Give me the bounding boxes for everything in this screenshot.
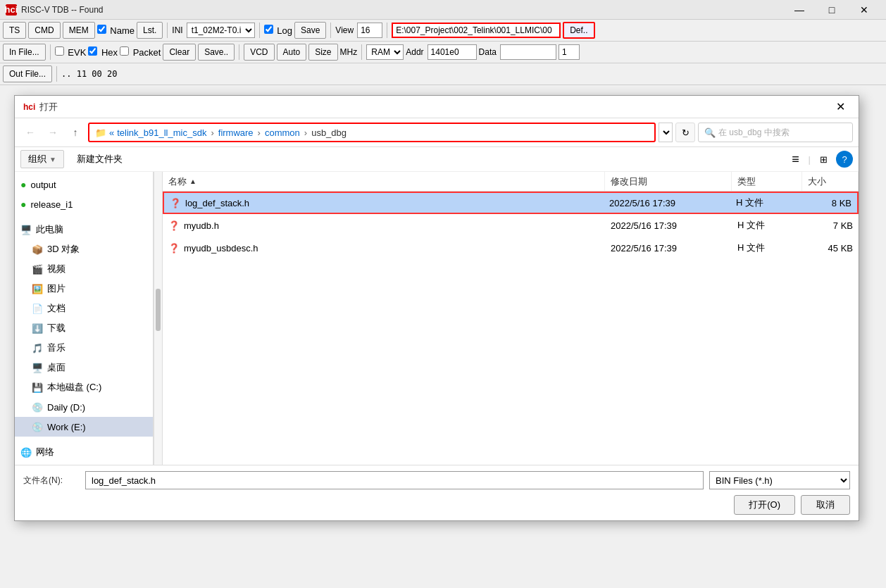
sidebar-item-network[interactable]: 🌐 网络 bbox=[15, 442, 153, 462]
col-size-header[interactable]: 大小 bbox=[802, 172, 859, 191]
dialog-overlay: hci 打开 ✕ ← → ↑ 📁 « telink_b91_ll_mic_sdk… bbox=[0, 39, 873, 584]
sidebar: ● output ● release_i1 🖥️ 此电脑 bbox=[15, 172, 154, 465]
name-checkbox-label: Name bbox=[97, 25, 135, 36]
dialog-content: ● output ● release_i1 🖥️ 此电脑 bbox=[15, 172, 859, 465]
path-input[interactable] bbox=[392, 23, 561, 38]
col-type-header[interactable]: 类型 bbox=[732, 172, 802, 191]
sidebar-item-downloads[interactable]: ⬇️ 下载 bbox=[15, 318, 153, 338]
sidebar-item-videos[interactable]: 🎬 视频 bbox=[15, 259, 153, 279]
file-type-2: H 文件 bbox=[732, 237, 802, 259]
disk-d-icon: 💿 bbox=[32, 402, 43, 413]
close-button[interactable]: ✕ bbox=[848, 0, 880, 20]
picture-icon: 🖼️ bbox=[32, 284, 43, 294]
file-modified-2: 2022/5/16 17:39 bbox=[605, 237, 732, 259]
mem-button[interactable]: MEM bbox=[63, 22, 95, 39]
download-icon: ⬇️ bbox=[32, 323, 43, 334]
sidebar-item-disk-d[interactable]: 💿 Daily (D:) bbox=[15, 397, 153, 417]
breadcrumb-dropdown[interactable]: ▼ bbox=[659, 123, 673, 142]
col-modified-header[interactable]: 修改日期 bbox=[605, 172, 732, 191]
name-checkbox[interactable] bbox=[97, 25, 106, 34]
file-name-0: ❓ log_def_stack.h bbox=[164, 193, 604, 213]
sidebar-item-desktop[interactable]: 🖥️ 桌面 bbox=[15, 358, 153, 377]
3d-icon: 📦 bbox=[32, 244, 43, 255]
breadcrumb-root[interactable]: « bbox=[109, 127, 114, 138]
view-icon-button[interactable]: ⊞ bbox=[813, 150, 833, 168]
sidebar-item-documents[interactable]: 📄 文档 bbox=[15, 299, 153, 318]
sidebar-scrollbar[interactable] bbox=[154, 172, 162, 465]
organize-chevron: ▼ bbox=[49, 156, 56, 163]
nav-up-button[interactable]: ↑ bbox=[65, 123, 85, 142]
sidebar-item-disk-c[interactable]: 💾 本地磁盘 (C:) bbox=[15, 377, 153, 397]
save-button[interactable]: Save bbox=[294, 22, 326, 39]
sidebar-item-release[interactable]: ● release_i1 bbox=[15, 194, 153, 214]
sort-icon: ▲ bbox=[189, 177, 196, 185]
cancel-button[interactable]: 取消 bbox=[801, 495, 850, 515]
sidebar-item-pictures[interactable]: 🖼️ 图片 bbox=[15, 279, 153, 299]
file-row-0[interactable]: ❓ log_def_stack.h 2022/5/16 17:39 H 文件 8… bbox=[163, 192, 859, 214]
sidebar-item-output[interactable]: ● output bbox=[15, 175, 153, 194]
filetype-select[interactable]: BIN Files (*.h) bbox=[709, 471, 850, 489]
sidebar-item-3d[interactable]: 📦 3D 对象 bbox=[15, 239, 153, 259]
sidebar-item-thispc[interactable]: 🖥️ 此电脑 bbox=[15, 220, 153, 239]
organize-button[interactable]: 组织 ▼ bbox=[20, 150, 64, 168]
breadcrumb-root-label[interactable]: telink_b91_ll_mic_sdk bbox=[117, 127, 206, 138]
breadcrumb-firmware[interactable]: firmware bbox=[218, 127, 254, 138]
file-type-1: H 文件 bbox=[732, 214, 802, 237]
title-bar: hci RISC-V TDB -- Found — □ ✕ bbox=[0, 0, 886, 20]
ts-button[interactable]: TS bbox=[3, 22, 26, 39]
view-sep: | bbox=[809, 154, 811, 165]
file-size-1: 7 KB bbox=[802, 214, 859, 237]
file-icon-1: ❓ bbox=[168, 220, 180, 231]
nav-refresh-button[interactable]: ↻ bbox=[675, 123, 695, 142]
view-label: View bbox=[335, 25, 354, 35]
nav-back-button[interactable]: ← bbox=[20, 123, 40, 142]
dialog-close-button[interactable]: ✕ bbox=[830, 97, 850, 117]
dialog-title-bar: hci 打开 ✕ bbox=[15, 96, 859, 118]
open-button[interactable]: 打开(O) bbox=[734, 495, 795, 515]
file-size-0: 8 KB bbox=[801, 193, 857, 213]
lst-button[interactable]: Lst. bbox=[137, 22, 163, 39]
ini-select[interactable]: t1_02M2-T0.i bbox=[187, 23, 255, 38]
log-checkbox[interactable] bbox=[264, 25, 273, 34]
nav-forward-button[interactable]: → bbox=[43, 123, 63, 142]
minimize-button[interactable]: — bbox=[783, 0, 816, 20]
view-input[interactable] bbox=[357, 23, 382, 38]
output-icon: ● bbox=[20, 179, 26, 190]
dialog-footer: 文件名(N): BIN Files (*.h) 打开(O) 取消 bbox=[15, 465, 859, 520]
dialog-nav: ← → ↑ 📁 « telink_b91_ll_mic_sdk › firmwa… bbox=[15, 118, 859, 147]
new-folder-button[interactable]: 新建文件夹 bbox=[70, 150, 130, 168]
help-button[interactable]: ? bbox=[836, 151, 853, 168]
search-placeholder: 在 usb_dbg 中搜索 bbox=[718, 127, 790, 139]
filename-input[interactable] bbox=[85, 471, 704, 489]
footer-filename-row: 文件名(N): BIN Files (*.h) bbox=[23, 471, 850, 489]
app-icon: hci bbox=[6, 4, 17, 15]
search-bar: 🔍 在 usb_dbg 中搜索 bbox=[698, 123, 853, 142]
breadcrumb-folder-icon: 📁 bbox=[95, 127, 106, 138]
file-modified-1: 2022/5/16 17:39 bbox=[605, 214, 732, 237]
file-row-1[interactable]: ❓ myudb.h 2022/5/16 17:39 H 文件 7 KB bbox=[163, 214, 859, 237]
window-controls: — □ ✕ bbox=[783, 0, 880, 20]
ini-label: INI bbox=[172, 25, 182, 35]
file-row-2[interactable]: ❓ myudb_usbdesc.h 2022/5/16 17:39 H 文件 4… bbox=[163, 237, 859, 259]
sidebar-container: ● output ● release_i1 🖥️ 此电脑 bbox=[15, 172, 163, 465]
view-details-button[interactable]: ≡ bbox=[786, 150, 806, 168]
col-name-header[interactable]: 名称 ▲ bbox=[163, 172, 605, 191]
computer-icon: 🖥️ bbox=[20, 225, 32, 235]
file-list: ❓ log_def_stack.h 2022/5/16 17:39 H 文件 8… bbox=[163, 192, 859, 465]
sep4 bbox=[387, 23, 387, 38]
footer-button-row: 打开(O) 取消 bbox=[23, 495, 850, 515]
maximize-button[interactable]: □ bbox=[816, 0, 848, 20]
cmd-button[interactable]: CMD bbox=[28, 22, 60, 39]
sep1 bbox=[167, 23, 168, 38]
sidebar-item-music[interactable]: 🎵 音乐 bbox=[15, 338, 153, 358]
breadcrumb-current: usb_dbg bbox=[311, 127, 347, 138]
dialog-inner-toolbar: 组织 ▼ 新建文件夹 ≡ | ⊞ ? bbox=[15, 147, 859, 172]
dialog-title: 打开 bbox=[39, 101, 58, 113]
sidebar-item-disk-e[interactable]: 💿 Work (E:) bbox=[15, 417, 153, 437]
file-name-2: ❓ myudb_usbdesc.h bbox=[163, 237, 605, 259]
breadcrumb-common[interactable]: common bbox=[265, 127, 300, 138]
def-button[interactable]: Def.. bbox=[563, 22, 594, 39]
file-size-2: 45 KB bbox=[802, 237, 859, 259]
file-icon-2: ❓ bbox=[168, 243, 180, 254]
file-name-1: ❓ myudb.h bbox=[163, 214, 605, 237]
